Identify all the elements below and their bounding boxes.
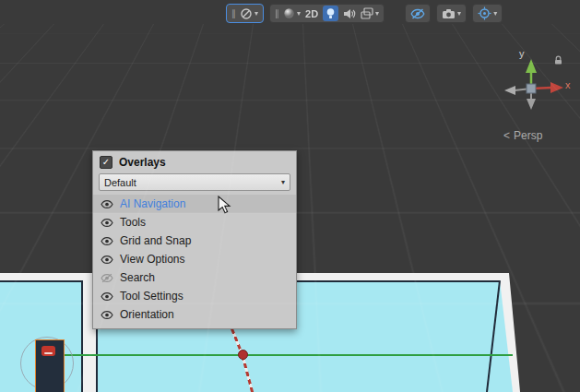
axis-negx-cone (504, 86, 515, 95)
projection-label: Persp (514, 129, 542, 142)
gizmos-button[interactable]: ▾ (478, 6, 497, 20)
eye-visible-icon[interactable] (101, 291, 113, 302)
menu-item-search[interactable]: Search (93, 268, 296, 287)
camera-toolbar: ▾ (436, 4, 467, 23)
camera-settings-button[interactable]: ▾ (442, 8, 461, 19)
overlay-menu-toolbar: ∥ ▾ (226, 4, 264, 23)
nav-path-waypoint (238, 350, 248, 360)
selected-scene-object[interactable] (35, 339, 65, 392)
scene-visibility-toolbar (405, 4, 431, 23)
menu-item-ai-navigation[interactable]: AI Navigation (93, 195, 296, 213)
projection-arrow-icon: < (503, 129, 510, 142)
effects-dropdown-button[interactable]: ▾ (361, 7, 379, 19)
eye-visible-icon[interactable] (101, 310, 113, 320)
menu-item-label: Orientation (120, 308, 174, 321)
chevron-down-icon: ▾ (375, 10, 379, 18)
scene-visibility-button[interactable] (410, 8, 425, 19)
menu-item-tool-settings[interactable]: Tool Settings (93, 287, 296, 305)
menu-item-tools[interactable]: Tools (93, 213, 296, 232)
menu-item-label: Tool Settings (120, 290, 183, 303)
scene-toolbar: ∥ ▾ ∥ ▾ 2D (226, 4, 503, 23)
menu-item-orientation[interactable]: Orientation (93, 305, 296, 324)
axis-x-cone (550, 82, 563, 93)
axis-negy-cone (527, 99, 536, 110)
audio-toggle-button[interactable] (343, 8, 356, 19)
eye-visible-icon[interactable] (101, 199, 113, 209)
chevron-down-icon: ▾ (297, 10, 301, 18)
menu-item-label: AI Navigation (120, 197, 185, 210)
gizmos-toolbar: ▾ (472, 4, 503, 23)
camera-icon (442, 8, 456, 19)
overlays-enabled-checkbox[interactable]: ✓ (100, 156, 112, 169)
overlays-menu: ✓ Overlays Default ▾ AI Navigation Tools… (92, 150, 297, 329)
view-options-toolbar: ∥ ▾ 2D ▾ (269, 4, 385, 23)
axis-x-label: x (565, 79, 571, 90)
overlay-compass-icon (240, 7, 253, 20)
menu-item-label: Search (120, 271, 155, 284)
eye-visible-icon[interactable] (101, 236, 113, 246)
eye-visible-icon[interactable] (101, 218, 113, 228)
speaker-icon (343, 8, 356, 19)
menu-item-grid-and-snap[interactable]: Grid and Snap (93, 232, 296, 250)
lighting-toggle-button[interactable] (323, 6, 338, 21)
chevron-down-icon: ▾ (254, 10, 258, 18)
overlay-preset-dropdown[interactable]: Default ▾ (99, 173, 290, 191)
overlays-menu-list: AI Navigation Tools Grid and Snap View O… (93, 195, 296, 328)
mouse-cursor (218, 196, 231, 215)
overlay-preset-value: Default (104, 177, 136, 188)
chevron-down-icon: ▾ (281, 179, 285, 186)
lock-icon[interactable] (553, 55, 563, 65)
gizmo-center-cube (527, 84, 536, 93)
draw-mode-button[interactable]: ▾ (283, 7, 301, 19)
effects-layers-icon (361, 7, 373, 19)
shaded-sphere-icon (283, 7, 295, 19)
chevron-down-icon: ▾ (457, 10, 461, 18)
projection-toggle[interactable]: < Persp (503, 129, 542, 142)
light-bulb-icon (326, 7, 336, 19)
drag-handle-icon[interactable]: ∥ (275, 9, 278, 18)
eye-visible-icon[interactable] (101, 255, 113, 265)
axis-y-label: y (519, 48, 525, 59)
menu-item-view-options[interactable]: View Options (93, 250, 296, 268)
menu-item-label: View Options (120, 253, 184, 266)
gizmo-target-icon (478, 6, 491, 20)
toggle-2d-button[interactable]: 2D (305, 8, 318, 19)
drag-handle-icon[interactable]: ∥ (231, 9, 235, 18)
eye-slash-icon (410, 8, 425, 19)
chevron-down-icon: ▾ (493, 10, 497, 18)
menu-item-label: Grid and Snap (120, 234, 191, 247)
menu-item-label: Tools (120, 216, 146, 229)
axis-y-cone (526, 59, 537, 73)
grid-green-axis-line (59, 354, 513, 356)
eye-hidden-icon[interactable] (101, 273, 113, 283)
object-icon (41, 346, 55, 356)
overlay-menu-button[interactable]: ▾ (240, 7, 258, 20)
overlays-menu-header: ✓ Overlays (93, 151, 296, 172)
overlays-menu-title: Overlays (119, 156, 166, 169)
